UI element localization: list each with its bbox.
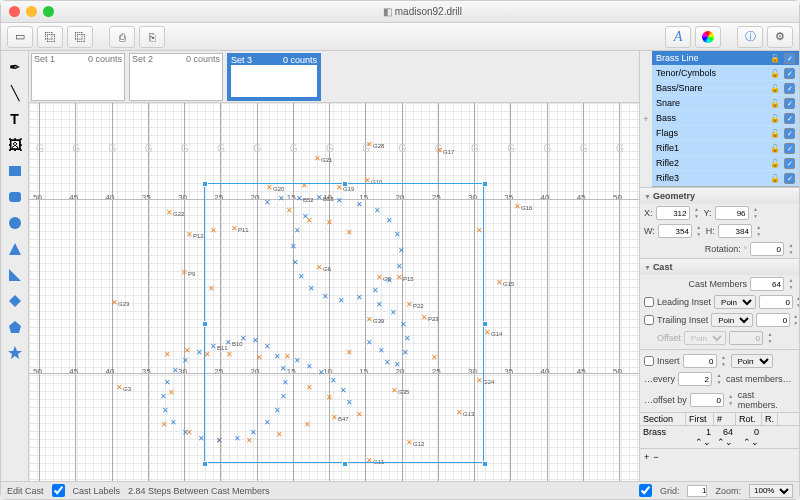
resize-handle[interactable]	[482, 321, 488, 327]
castlabels-check[interactable]	[52, 484, 65, 497]
cast-mark[interactable]: ✕	[483, 329, 491, 337]
resize-handle[interactable]	[202, 181, 208, 187]
new-doc-button[interactable]: ▭	[7, 26, 33, 48]
resize-handle[interactable]	[342, 461, 348, 467]
geometry-header[interactable]: Geometry	[640, 188, 799, 204]
drill-canvas[interactable]: 5050G4545G4040G3535G3030G2525G2020G1515G…	[29, 103, 639, 481]
close-window[interactable]	[9, 6, 20, 17]
resize-handle[interactable]	[202, 461, 208, 467]
visible-check[interactable]: ✓	[784, 113, 795, 124]
visible-check[interactable]: ✓	[784, 98, 795, 109]
visible-check[interactable]: ✓	[784, 83, 795, 94]
visible-check[interactable]: ✓	[784, 128, 795, 139]
duplicate-button[interactable]: ⿻	[37, 26, 63, 48]
section-row[interactable]: Rifle3🔓✓	[652, 171, 799, 186]
cast-mark[interactable]: ✕	[160, 421, 168, 429]
diamond-tool[interactable]	[3, 289, 27, 313]
circle-tool[interactable]	[3, 211, 27, 235]
cast-mark[interactable]: ✕	[159, 393, 167, 401]
visible-check[interactable]: ✓	[784, 158, 795, 169]
cast-mark[interactable]: ✕	[365, 141, 373, 149]
cast-mark[interactable]: ✕	[435, 147, 443, 155]
remove-row[interactable]: −	[653, 452, 658, 462]
cast-mark[interactable]: ✕	[183, 347, 191, 355]
color-button[interactable]	[695, 26, 721, 48]
resize-handle[interactable]	[482, 461, 488, 467]
cast-mark[interactable]: ✕	[165, 209, 173, 217]
visible-check[interactable]: ✓	[784, 53, 795, 64]
pen-tool[interactable]: ✒	[3, 55, 27, 79]
section-row[interactable]: Snare🔓✓	[652, 96, 799, 111]
zoom-select[interactable]: 100%	[749, 484, 793, 498]
cast-mark[interactable]: ✕	[110, 299, 118, 307]
cast-mark[interactable]: ✕	[513, 203, 521, 211]
grid-check[interactable]	[639, 484, 652, 497]
resize-handle[interactable]	[342, 181, 348, 187]
section-row[interactable]: Flags🔓✓	[652, 126, 799, 141]
cast-mark[interactable]: ✕	[195, 349, 203, 357]
export-button[interactable]: ⎘	[139, 26, 165, 48]
star-tool[interactable]	[3, 341, 27, 365]
section-row[interactable]: Rifle2🔓✓	[652, 156, 799, 171]
cast-mark[interactable]: ✕	[313, 155, 321, 163]
visible-check[interactable]: ✓	[784, 173, 795, 184]
zoom-window[interactable]	[43, 6, 54, 17]
cast-mark[interactable]: ✕	[161, 407, 169, 415]
triangle-tool[interactable]	[3, 237, 27, 261]
geom-y[interactable]	[715, 206, 749, 220]
add-row[interactable]: +	[644, 452, 649, 462]
set-card[interactable]: Set 20 counts	[129, 53, 223, 101]
section-row[interactable]: Bass/Snare🔓✓	[652, 81, 799, 96]
image-tool[interactable]: 🖼	[3, 133, 27, 157]
cast-mark[interactable]: ✕	[181, 357, 189, 365]
section-row[interactable]: Brass Line🔓✓	[652, 51, 799, 66]
cast-mark[interactable]: ✕	[169, 419, 177, 427]
resize-handle[interactable]	[202, 321, 208, 327]
line-tool[interactable]: ╲	[3, 81, 27, 105]
section-row[interactable]: Rifle1🔓✓	[652, 141, 799, 156]
text-tool[interactable]: T	[3, 107, 27, 131]
geom-x[interactable]	[656, 206, 690, 220]
righttri-tool[interactable]	[3, 263, 27, 287]
selection-box[interactable]	[204, 183, 484, 463]
stepper[interactable]: ▲▼	[693, 206, 701, 220]
trailing-unit[interactable]: Points	[711, 313, 753, 327]
insert-check[interactable]	[644, 356, 654, 366]
cast-header[interactable]: Cast	[640, 259, 799, 275]
cast-mark[interactable]: ✕	[180, 269, 188, 277]
leading-check[interactable]	[644, 297, 654, 307]
set-card[interactable]: Set 30 counts	[227, 53, 321, 101]
geom-w[interactable]	[658, 224, 692, 238]
cast-mark[interactable]: ✕	[185, 231, 193, 239]
info-button[interactable]: ⓘ	[737, 26, 763, 48]
resize-handle[interactable]	[482, 181, 488, 187]
leading-unit[interactable]: Points	[714, 295, 756, 309]
visible-check[interactable]: ✓	[784, 68, 795, 79]
font-button[interactable]: A	[665, 26, 691, 48]
add-section-button[interactable]: +	[640, 114, 652, 124]
cast-mark[interactable]: ✕	[115, 384, 123, 392]
geom-rot[interactable]	[750, 242, 784, 256]
copy-button[interactable]: ⿻	[67, 26, 93, 48]
minimize-window[interactable]	[26, 6, 37, 17]
section-row[interactable]: Bass🔓✓	[652, 111, 799, 126]
rect-tool[interactable]	[3, 159, 27, 183]
cast-mark[interactable]: ✕	[181, 429, 189, 437]
pentagon-tool[interactable]	[3, 315, 27, 339]
set-card[interactable]: Set 10 counts	[31, 53, 125, 101]
cast-mark[interactable]: ✕	[167, 389, 175, 397]
cast-mark[interactable]: ✕	[171, 367, 179, 375]
grid-value[interactable]	[687, 485, 707, 497]
cast-mark[interactable]: ✕	[495, 279, 503, 287]
cast-mark[interactable]: ✕	[163, 379, 171, 387]
visible-check[interactable]: ✓	[784, 143, 795, 154]
settings-button[interactable]: ⚙	[767, 26, 793, 48]
section-table-row[interactable]: Brass 1 ⌃⌄ 64 ⌃⌄ 0 ⌃⌄	[640, 426, 799, 448]
cast-mark[interactable]: ✕	[163, 351, 171, 359]
trailing-check[interactable]	[644, 315, 654, 325]
roundrect-tool[interactable]	[3, 185, 27, 209]
geom-h[interactable]	[718, 224, 752, 238]
section-row[interactable]: Tenor/Cymbols🔓✓	[652, 66, 799, 81]
print-button[interactable]: ⎙	[109, 26, 135, 48]
cast-members[interactable]	[750, 277, 784, 291]
